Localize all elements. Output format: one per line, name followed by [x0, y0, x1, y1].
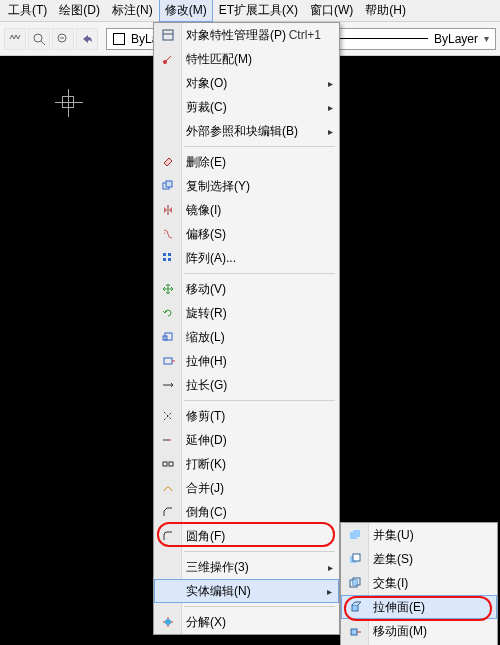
trim-icon	[159, 407, 177, 425]
modify-menu-item[interactable]: 复制选择(Y)	[154, 174, 339, 198]
color-swatch-icon	[113, 33, 125, 45]
solid-edit-submenu: 并集(U)差集(S)交集(I)拉伸面(E)移动面(M)偏移面(O)	[340, 522, 498, 645]
submenu-arrow-icon: ▸	[328, 562, 333, 573]
menu-item-label: 旋转(R)	[186, 305, 227, 322]
menu-window[interactable]: 窗口(W)	[304, 0, 359, 22]
menu-help[interactable]: 帮助(H)	[359, 0, 412, 22]
scale-icon	[159, 328, 177, 346]
fillet-icon	[159, 527, 177, 545]
lengthen-icon	[159, 376, 177, 394]
union-icon	[346, 526, 364, 544]
tool-zoomout-icon[interactable]	[52, 28, 74, 50]
extend-icon	[159, 431, 177, 449]
modify-menu-item[interactable]: 倒角(C)	[154, 500, 339, 524]
menu-item-label: 拉伸面(E)	[373, 599, 425, 616]
menu-dimension[interactable]: 标注(N)	[106, 0, 159, 22]
svg-rect-19	[163, 462, 167, 466]
svg-rect-20	[169, 462, 173, 466]
tool-hand-icon[interactable]	[4, 28, 26, 50]
modify-menu-item[interactable]: 旋转(R)	[154, 301, 339, 325]
modify-menu-item[interactable]: 偏移(S)	[154, 222, 339, 246]
modify-menu-item[interactable]: 拉长(G)	[154, 373, 339, 397]
menubar: 工具(T) 绘图(D) 标注(N) 修改(M) ET扩展工具(X) 窗口(W) …	[0, 0, 500, 22]
svg-rect-4	[163, 30, 173, 40]
svg-rect-10	[168, 253, 171, 256]
menu-et-ext[interactable]: ET扩展工具(X)	[213, 0, 304, 22]
menu-item-label: 删除(E)	[186, 154, 226, 171]
modify-menu-item[interactable]: 拉伸(H)	[154, 349, 339, 373]
menu-item-label: 对象特性管理器(P)	[186, 27, 286, 44]
modify-menu-item[interactable]: 剪裁(C)▸	[154, 95, 339, 119]
svg-rect-28	[353, 580, 357, 585]
solidedit-menu-item[interactable]: 交集(I)	[341, 571, 497, 595]
props-icon	[159, 26, 177, 44]
menu-shortcut: Ctrl+1	[289, 28, 321, 42]
match-icon	[159, 50, 177, 68]
tool-undo-icon[interactable]	[76, 28, 98, 50]
tool-zoom-icon[interactable]	[28, 28, 50, 50]
modify-menu-item[interactable]: 三维操作(3)▸	[154, 555, 339, 579]
menu-item-label: 交集(I)	[373, 575, 408, 592]
modify-menu-item[interactable]: 合并(J)	[154, 476, 339, 500]
menu-item-label: 差集(S)	[373, 551, 413, 568]
menu-item-label: 三维操作(3)	[186, 559, 249, 576]
modify-menu-item[interactable]: 分解(X)	[154, 610, 339, 634]
join-icon	[159, 479, 177, 497]
offset-icon	[159, 225, 177, 243]
stretch-icon	[159, 352, 177, 370]
menu-item-label: 复制选择(Y)	[186, 178, 250, 195]
modify-menu-item[interactable]: 修剪(T)	[154, 404, 339, 428]
modify-menu-item[interactable]: 镜像(I)	[154, 198, 339, 222]
menu-item-label: 特性匹配(M)	[186, 51, 252, 68]
modify-menu-item[interactable]: 延伸(D)	[154, 428, 339, 452]
explode-icon	[159, 613, 177, 631]
menu-draw[interactable]: 绘图(D)	[53, 0, 106, 22]
svg-rect-8	[166, 181, 172, 187]
solidedit-menu-item[interactable]: 拉伸面(E)	[341, 595, 497, 619]
modify-menu-item[interactable]: 特性匹配(M)	[154, 47, 339, 71]
submenu-arrow-icon: ▸	[328, 102, 333, 113]
rotate-icon	[159, 304, 177, 322]
modify-menu-item[interactable]: 缩放(L)	[154, 325, 339, 349]
submenu-arrow-icon: ▸	[328, 126, 333, 137]
modify-menu-item[interactable]: 外部参照和块编辑(B)▸	[154, 119, 339, 143]
menu-modify[interactable]: 修改(M)	[159, 0, 213, 22]
solidedit-menu-item[interactable]: 差集(S)	[341, 547, 497, 571]
menu-item-label: 对象(O)	[186, 75, 227, 92]
menu-tools[interactable]: 工具(T)	[2, 0, 53, 22]
break-icon	[159, 455, 177, 473]
modify-menu-item[interactable]: 阵列(A)...	[154, 246, 339, 270]
menu-item-label: 阵列(A)...	[186, 250, 236, 267]
menu-item-label: 圆角(F)	[186, 528, 225, 545]
svg-point-0	[34, 34, 42, 42]
menu-item-label: 打断(K)	[186, 456, 226, 473]
submenu-arrow-icon: ▸	[328, 78, 333, 89]
modify-menu-item[interactable]: 圆角(F)	[154, 524, 339, 548]
modify-menu-item[interactable]: 对象(O)▸	[154, 71, 339, 95]
menu-item-label: 外部参照和块编辑(B)	[186, 123, 298, 140]
menu-item-label: 镜像(I)	[186, 202, 221, 219]
modify-menu-item[interactable]: 移动(V)	[154, 277, 339, 301]
modify-menu-item[interactable]: 删除(E)	[154, 150, 339, 174]
chamfer-icon	[159, 503, 177, 521]
movef-icon	[346, 622, 364, 640]
menu-item-label: 分解(X)	[186, 614, 226, 631]
crosshair-cursor-icon	[62, 96, 74, 108]
menu-item-label: 剪裁(C)	[186, 99, 227, 116]
menu-item-label: 并集(U)	[373, 527, 414, 544]
mirror-icon	[159, 201, 177, 219]
bylayer2-label: ByLayer	[434, 32, 478, 46]
solidedit-menu-item[interactable]: 移动面(M)	[341, 619, 497, 643]
menu-item-label: 拉长(G)	[186, 377, 227, 394]
svg-rect-23	[353, 530, 360, 537]
modify-menu-popup: 对象特性管理器(P)Ctrl+1特性匹配(M)对象(O)▸剪裁(C)▸外部参照和…	[153, 22, 340, 635]
menu-item-label: 移动面(M)	[373, 623, 427, 640]
svg-rect-9	[163, 253, 166, 256]
svg-rect-30	[351, 629, 357, 635]
svg-point-6	[163, 60, 167, 64]
solidedit-menu-item[interactable]: 并集(U)	[341, 523, 497, 547]
chevron-down-icon: ▾	[484, 33, 489, 44]
modify-menu-item[interactable]: 打断(K)	[154, 452, 339, 476]
modify-menu-item[interactable]: 实体编辑(N)▸	[154, 579, 339, 603]
modify-menu-item[interactable]: 对象特性管理器(P)Ctrl+1	[154, 23, 339, 47]
